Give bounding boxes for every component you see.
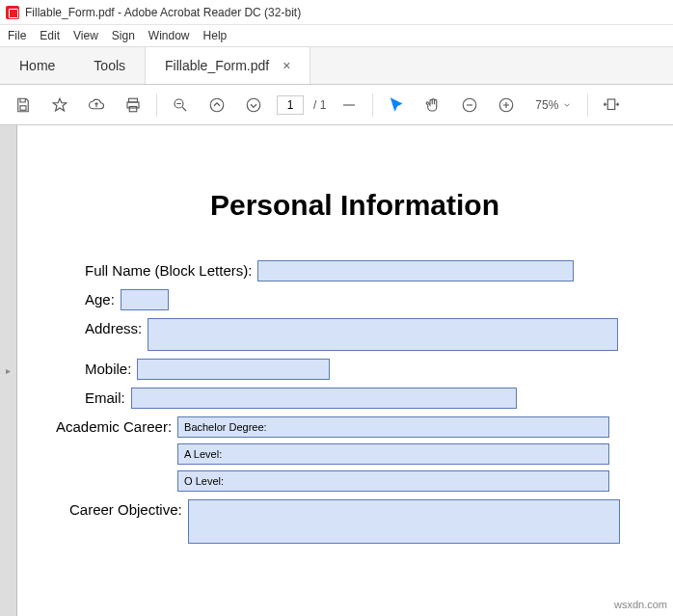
page-number-input[interactable] [277,95,304,115]
chevron-down-icon [562,100,572,110]
field-bachelor-label: Bachelor Degree: [184,421,267,433]
menu-file[interactable]: File [8,29,26,42]
zoom-level-label: 75% [535,98,558,112]
divider [156,94,157,117]
field-objective[interactable] [188,499,620,544]
menu-edit[interactable]: Edit [40,29,60,42]
label-mobile: Mobile: [85,359,131,377]
sidebar-gutter[interactable]: ▸ [0,125,17,616]
document-viewport: ▸ Personal Information Full Name (Block … [0,125,673,616]
save-icon[interactable] [10,92,37,119]
divider [587,94,588,117]
label-objective: Career Objective: [69,499,182,518]
tab-tools[interactable]: Tools [74,47,145,84]
fit-width-icon[interactable] [598,92,625,119]
menu-sign[interactable]: Sign [112,29,135,42]
tabstrip: Home Tools Fillable_Form.pdf × [0,46,673,85]
acrobat-icon [6,6,19,19]
menubar: File Edit View Sign Window Help [0,25,673,46]
field-fullname[interactable] [257,260,574,281]
star-icon[interactable] [46,92,73,119]
print-icon[interactable] [120,92,147,119]
label-fullname: Full Name (Block Letters): [85,260,252,279]
zoom-handle-icon[interactable] [336,92,363,119]
hand-tool-icon[interactable] [419,92,446,119]
tab-home-label: Home [19,58,55,73]
label-academic: Academic Career: [56,416,172,435]
window-title: Fillable_Form.pdf - Adobe Acrobat Reader… [25,6,301,19]
label-age: Age: [85,289,115,308]
tab-document[interactable]: Fillable_Form.pdf × [145,47,310,84]
form-heading: Personal Information [56,189,654,222]
menu-view[interactable]: View [73,29,98,42]
svg-point-5 [210,98,224,112]
expand-handle-icon[interactable]: ▸ [6,365,11,376]
toolbar: / 1 75% [0,85,673,125]
selection-cursor-icon[interactable] [383,92,410,119]
watermark: wsxdn.com [614,599,667,610]
field-alevel[interactable]: A Level: [177,443,609,465]
pdf-page: Personal Information Full Name (Block Le… [17,125,673,616]
divider [372,94,373,117]
tab-tools-label: Tools [94,58,125,73]
zoom-out-search-icon[interactable] [167,92,194,119]
label-email: Email: [85,388,125,406]
page-up-icon[interactable] [203,92,230,119]
svg-rect-0 [20,105,26,110]
close-icon[interactable]: × [283,58,290,73]
tab-home[interactable]: Home [0,47,74,84]
titlebar: Fillable_Form.pdf - Adobe Acrobat Reader… [0,0,673,25]
zoom-in-icon[interactable] [493,92,520,119]
svg-point-6 [247,98,260,112]
menu-window[interactable]: Window [148,29,190,42]
page-total: / 1 [313,98,326,112]
page-down-icon[interactable] [240,92,267,119]
field-alevel-label: A Level: [184,448,222,460]
field-olevel[interactable]: O Level: [177,470,609,492]
field-address[interactable] [148,318,618,351]
tab-document-label: Fillable_Form.pdf [165,58,269,73]
field-bachelor[interactable]: Bachelor Degree: [177,416,609,438]
field-mobile[interactable] [137,359,330,380]
svg-rect-9 [608,99,616,110]
field-olevel-label: O Level: [184,475,224,487]
field-email[interactable] [131,388,517,409]
field-age[interactable] [121,289,169,310]
menu-help[interactable]: Help [203,29,228,42]
label-address: Address: [85,318,142,336]
cloud-upload-icon[interactable] [83,92,110,119]
svg-rect-3 [129,106,137,111]
zoom-out-icon[interactable] [456,92,483,119]
zoom-level-select[interactable]: 75% [529,98,578,112]
